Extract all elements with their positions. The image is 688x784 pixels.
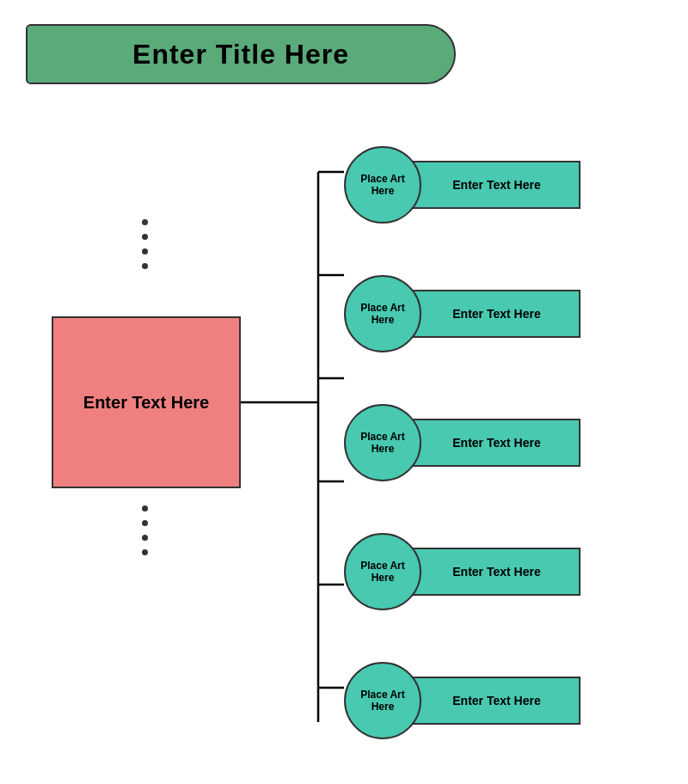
rect-node-3: Enter Text Here xyxy=(413,419,580,467)
circle-node-4: Place Art Here xyxy=(344,533,421,610)
dots-below xyxy=(142,505,148,555)
circle-node-1: Place Art Here xyxy=(344,146,421,224)
circle-node-2: Place Art Here xyxy=(344,275,421,352)
list-item: Place Art Here Enter Text Here xyxy=(344,262,580,365)
rect-node-1: Enter Text Here xyxy=(413,161,580,209)
rows-container: Place Art Here Enter Text Here Place Art… xyxy=(344,133,580,784)
dots-above xyxy=(142,219,148,269)
title-box: Enter Title Here xyxy=(26,24,456,84)
dot-5 xyxy=(142,505,148,511)
rect-text-4: Enter Text Here xyxy=(452,565,540,579)
dot-6 xyxy=(142,520,148,526)
circle-text-3: Place Art Here xyxy=(346,426,420,459)
main-box-text: Enter Text Here xyxy=(83,393,209,413)
list-item: Place Art Here Enter Text Here xyxy=(344,778,580,784)
page: Enter Title Here Enter Text Here xyxy=(0,0,688,784)
circle-text-2: Place Art Here xyxy=(346,297,420,330)
dot-3 xyxy=(142,248,148,254)
list-item: Place Art Here Enter Text Here xyxy=(344,520,580,623)
dot-8 xyxy=(142,549,148,555)
circle-node-3: Place Art Here xyxy=(344,404,421,481)
circle-text-1: Place Art Here xyxy=(346,168,420,201)
list-item: Place Art Here Enter Text Here xyxy=(344,133,580,236)
list-item: Place Art Here Enter Text Here xyxy=(344,391,580,494)
list-item: Place Art Here Enter Text Here xyxy=(344,649,580,752)
rect-node-4: Enter Text Here xyxy=(413,548,580,596)
rect-node-2: Enter Text Here xyxy=(413,290,580,338)
dot-1 xyxy=(142,219,148,225)
circle-text-4: Place Art Here xyxy=(346,555,420,588)
rect-node-5: Enter Text Here xyxy=(413,677,580,725)
dot-7 xyxy=(142,535,148,541)
rect-text-2: Enter Text Here xyxy=(452,307,540,321)
rect-text-3: Enter Text Here xyxy=(452,436,540,450)
dot-4 xyxy=(142,263,148,269)
circle-node-5: Place Art Here xyxy=(344,662,421,739)
title-container: Enter Title Here xyxy=(26,24,456,84)
circle-text-5: Place Art Here xyxy=(346,684,420,717)
main-box: Enter Text Here xyxy=(52,316,241,488)
rect-text-5: Enter Text Here xyxy=(452,694,540,707)
rect-text-1: Enter Text Here xyxy=(452,178,540,192)
title-text: Enter Title Here xyxy=(132,39,349,70)
dot-2 xyxy=(142,234,148,240)
